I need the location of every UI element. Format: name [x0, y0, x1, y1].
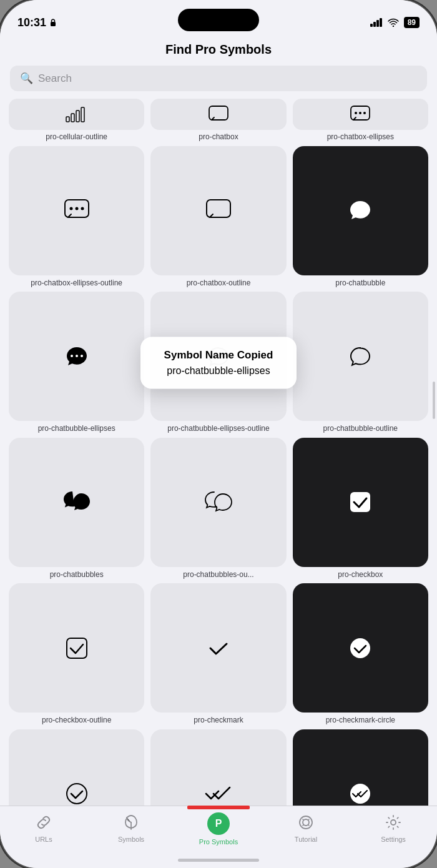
list-item[interactable]: pro-checkmark-done: [150, 729, 286, 806]
svg-text:P: P: [215, 818, 222, 829]
tab-symbols[interactable]: Symbols: [87, 812, 175, 843]
icon-label: pro-chatbox-ellipses-outline: [31, 279, 122, 289]
link-icon: [36, 814, 52, 831]
status-icons: 89: [370, 17, 420, 28]
tab-icon-symbols: [121, 812, 141, 832]
search-input[interactable]: 🔍 Search: [10, 66, 427, 91]
svg-point-18: [81, 207, 84, 210]
tab-bar: URLs Symbols P: [0, 806, 437, 868]
list-item[interactable]: pro-chatbubble-ellipses-outline Symbol N…: [150, 292, 286, 434]
tab-label-tutorial: Tutorial: [295, 836, 317, 843]
icon-box: [150, 438, 286, 567]
icon-grid-row-5: pro-checkmark-circle-outline pro-checkma…: [9, 729, 428, 806]
svg-point-16: [69, 207, 72, 210]
icon-box: [9, 438, 144, 567]
list-item[interactable]: pro-cellular-outline: [9, 99, 144, 142]
icon-box: [293, 99, 428, 130]
checkbox-outline-icon: [64, 636, 89, 661]
grid-content: pro-cellular-outline pro-chatbox: [0, 99, 437, 806]
svg-point-21: [76, 355, 78, 357]
list-item[interactable]: pro-chatbox-ellipses: [293, 99, 428, 142]
list-item[interactable]: pro-checkmark: [150, 583, 286, 726]
icon-label: pro-chatbubbles-ou...: [183, 570, 253, 580]
tab-label-symbols: Symbols: [118, 836, 144, 843]
tab-tutorial[interactable]: Tutorial: [262, 812, 350, 843]
lifebuoy-icon: [298, 814, 314, 831]
icon-box-dark: [293, 438, 428, 567]
pro-symbols-icon: P: [212, 817, 225, 831]
checkbox-fill-icon: [348, 490, 373, 515]
scrollbar[interactable]: [433, 382, 435, 419]
scroll-area[interactable]: pro-cellular-outline pro-chatbox: [0, 99, 437, 806]
svg-rect-9: [81, 107, 84, 122]
icon-box-dark: [293, 146, 428, 275]
icon-label: pro-chatbubble: [335, 279, 385, 289]
icon-label: pro-cellular-outline: [46, 132, 107, 142]
chatbubbles-icon: [61, 488, 92, 516]
icon-box-dark: [293, 729, 428, 806]
list-item[interactable]: pro-chatbubble-ellipses: [9, 292, 144, 434]
icon-box-dark: [293, 583, 428, 713]
icon-box: [9, 292, 144, 421]
icon-box: [150, 583, 286, 713]
wifi-icon: [388, 18, 399, 27]
checkmark-done-icon: [205, 782, 232, 805]
tab-settings[interactable]: Settings: [350, 812, 437, 843]
svg-point-12: [355, 112, 357, 114]
svg-rect-4: [380, 18, 382, 27]
chatbox-ellipses-icon: [350, 105, 371, 124]
svg-point-17: [75, 207, 78, 210]
icon-label: pro-checkmark: [194, 716, 243, 726]
list-item[interactable]: pro-chatbox-ellipses-outline: [9, 146, 144, 289]
chatbubble-ellipses-fill-icon: [63, 344, 91, 369]
tab-label-pro-symbols: Pro Symbols: [199, 838, 238, 846]
icon-label: pro-chatbubble-ellipses-outline: [167, 424, 269, 434]
svg-point-23: [212, 355, 215, 357]
chatbubble-outline-icon: [346, 344, 374, 369]
chatbubble-ellipses-outline-icon: [205, 344, 232, 369]
list-item[interactable]: pro-chatbubbles-ou...: [150, 438, 286, 580]
icon-box: [150, 729, 286, 806]
search-placeholder: Search: [38, 72, 72, 85]
phone-frame: 10:31: [0, 0, 437, 868]
icon-grid-row-4: pro-checkbox-outline pro-checkmark: [9, 583, 428, 726]
svg-line-36: [308, 825, 310, 826]
list-item[interactable]: pro-chatbox-outline: [150, 146, 286, 289]
svg-point-13: [359, 112, 361, 114]
dynamic-island: [178, 9, 259, 31]
icon-box: [9, 99, 144, 130]
list-item[interactable]: pro-checkmark-circle: [293, 583, 428, 726]
icon-label: pro-checkbox-outline: [42, 716, 111, 726]
list-item[interactable]: pro-checkmark-done-circle: [293, 729, 428, 806]
list-item[interactable]: pro-checkbox: [293, 438, 428, 580]
list-item[interactable]: pro-checkmark-circle-outline: [9, 729, 144, 806]
svg-point-14: [363, 112, 366, 114]
list-item[interactable]: pro-chatbubbles: [9, 438, 144, 580]
svg-point-25: [222, 355, 225, 357]
tab-urls[interactable]: URLs: [0, 812, 87, 843]
icon-label: pro-checkmark-circle: [326, 716, 395, 726]
icon-label: pro-chatbox-outline: [187, 279, 251, 289]
top-partial-row: pro-cellular-outline pro-chatbox: [9, 99, 428, 142]
icon-box: [9, 729, 144, 806]
leaf-icon: [124, 814, 139, 831]
list-item[interactable]: pro-chatbubble: [293, 146, 428, 289]
svg-rect-1: [370, 24, 373, 27]
gear-icon: [385, 814, 401, 831]
chatbox-ellipses-outline-icon: [63, 198, 91, 223]
icon-label: pro-chatbubble-outline: [323, 424, 398, 434]
lock-icon: [49, 18, 57, 27]
tab-icon-pro-symbols: P: [207, 812, 230, 835]
tab-pro-symbols[interactable]: P Pro Symbols: [175, 812, 262, 846]
svg-point-33: [300, 816, 312, 829]
checkmark-icon: [207, 637, 230, 659]
svg-point-24: [217, 355, 220, 357]
icon-label: pro-chatbox: [199, 132, 238, 142]
svg-rect-6: [66, 117, 69, 122]
list-item[interactable]: pro-chatbox: [150, 99, 286, 142]
list-item[interactable]: pro-checkbox-outline: [9, 583, 144, 726]
list-item[interactable]: pro-chatbubble-outline: [293, 292, 428, 434]
chatbox-icon: [208, 105, 229, 124]
svg-point-20: [71, 355, 73, 357]
tab-label-urls: URLs: [35, 836, 52, 843]
